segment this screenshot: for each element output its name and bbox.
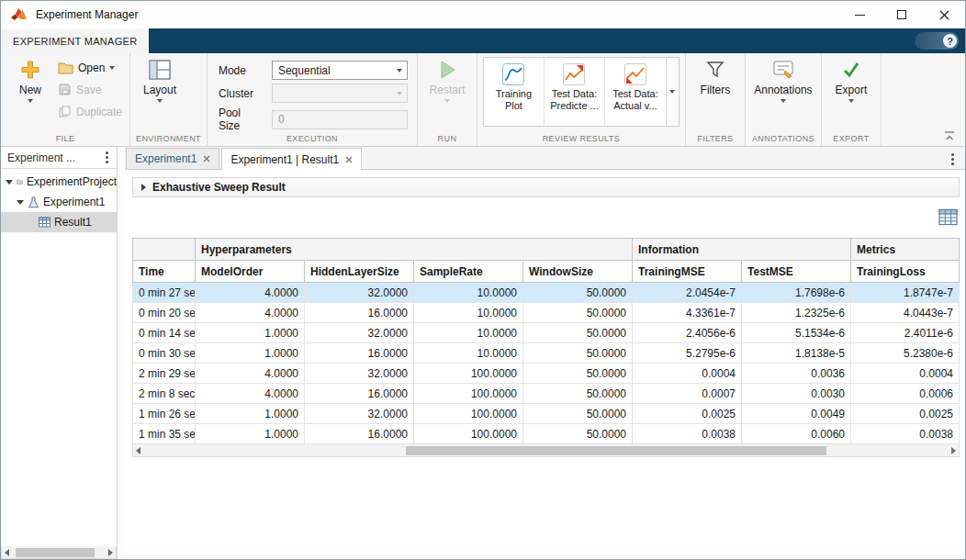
table-cell[interactable]: 10.0000 (414, 303, 523, 323)
table-row[interactable]: 1 min 35 sec1.000016.0000100.000050.0000… (133, 424, 960, 444)
table-column-header[interactable]: SampleRate (414, 261, 523, 283)
table-column-header[interactable]: Time (133, 261, 196, 283)
test-data-predicted-button[interactable]: Test Data: Predicte ... (545, 58, 605, 126)
table-cell[interactable]: 0 min 20 sec (133, 303, 196, 323)
collapse-ribbon-button[interactable] (943, 130, 956, 141)
table-cell[interactable]: 0.0060 (742, 424, 851, 444)
table-cell[interactable]: 32.0000 (305, 323, 414, 343)
table-cell[interactable]: 1.8747e-7 (851, 283, 960, 303)
table-cell[interactable]: 16.0000 (305, 343, 414, 364)
table-cell[interactable]: 32.0000 (305, 364, 414, 384)
tree-expand-icon[interactable] (6, 180, 13, 185)
table-cell[interactable]: 50.0000 (523, 283, 633, 303)
minimize-button[interactable] (838, 1, 881, 28)
table-cell[interactable]: 2 min 29 sec (133, 364, 196, 384)
table-cell[interactable]: 10.0000 (414, 323, 523, 343)
table-cell[interactable]: 1.0000 (196, 343, 305, 364)
table-column-header[interactable]: ModelOrder (196, 261, 305, 283)
table-column-header[interactable]: TrainingMSE (633, 261, 742, 283)
table-cell[interactable]: 0.0049 (742, 404, 851, 424)
table-cell[interactable]: 4.0000 (196, 283, 305, 303)
tab-overflow-menu-button[interactable] (945, 151, 960, 167)
table-cell[interactable]: 2.4056e-6 (633, 323, 742, 343)
filters-button[interactable]: Filters (691, 55, 739, 96)
training-plot-button[interactable]: Training Plot (484, 58, 545, 126)
table-cell[interactable]: 5.2380e-6 (851, 343, 960, 364)
annotations-button[interactable]: Annotations (751, 55, 815, 103)
table-cell[interactable]: 16.0000 (305, 303, 414, 323)
panel-splitter[interactable] (118, 147, 125, 559)
table-cell[interactable]: 4.0443e-7 (851, 303, 960, 323)
table-cell[interactable]: 1 min 26 sec (133, 404, 196, 424)
test-data-actual-button[interactable]: Test Data: Actual v... (605, 58, 666, 126)
table-cell[interactable]: 1.8138e-5 (742, 343, 851, 364)
open-button[interactable]: Open (58, 60, 122, 75)
table-row[interactable]: 0 min 30 sec1.000016.000010.000050.00005… (133, 343, 960, 364)
table-cell[interactable]: 50.0000 (523, 323, 633, 343)
table-cell[interactable]: 0.0038 (633, 424, 742, 444)
table-cell[interactable]: 5.2795e-6 (633, 343, 742, 364)
table-cell[interactable]: 50.0000 (523, 343, 633, 364)
table-cell[interactable]: 32.0000 (305, 283, 414, 303)
table-view-button[interactable] (938, 208, 958, 226)
table-cell[interactable]: 100.0000 (414, 384, 523, 404)
tree-expand-icon[interactable] (17, 200, 24, 205)
table-row[interactable]: 2 min 29 sec4.000032.0000100.000050.0000… (133, 364, 960, 384)
mode-select[interactable]: Sequential (272, 61, 408, 80)
close-tab-icon[interactable] (203, 155, 210, 162)
table-cell[interactable]: 10.0000 (414, 343, 523, 364)
table-cell[interactable]: 32.0000 (305, 404, 414, 424)
table-cell[interactable]: 0.0006 (851, 384, 960, 404)
table-column-header[interactable]: TestMSE (742, 261, 851, 283)
table-row[interactable]: 1 min 26 sec1.000032.0000100.000050.0000… (133, 404, 960, 424)
table-cell[interactable]: 10.0000 (414, 283, 523, 303)
table-cell[interactable]: 5.1534e-6 (742, 323, 851, 343)
new-button[interactable]: New (6, 55, 54, 103)
scroll-right-icon[interactable] (108, 549, 113, 556)
table-cell[interactable]: 50.0000 (523, 424, 633, 444)
table-cell[interactable]: 0.0004 (633, 364, 742, 384)
scroll-left-icon[interactable] (5, 549, 9, 556)
table-row[interactable]: 0 min 14 sec1.000032.000010.000050.00002… (133, 323, 960, 343)
table-cell[interactable]: 50.0000 (523, 364, 633, 384)
table-cell[interactable]: 100.0000 (414, 424, 523, 444)
table-cell[interactable]: 4.0000 (196, 364, 305, 384)
exhaustive-sweep-result-header[interactable]: Exhaustive Sweep Result (132, 177, 960, 197)
table-cell[interactable]: 1 min 35 sec (133, 424, 196, 444)
tree-item-experiment1[interactable]: Experiment1 (1, 192, 117, 212)
table-cell[interactable]: 0.0025 (851, 404, 960, 424)
table-cell[interactable]: 50.0000 (523, 384, 633, 404)
table-cell[interactable]: 16.0000 (305, 384, 414, 404)
scroll-right-icon[interactable] (951, 447, 956, 454)
table-cell[interactable]: 2.0454e-7 (633, 283, 742, 303)
table-cell[interactable]: 1.0000 (196, 323, 305, 343)
table-column-header[interactable]: HiddenLayerSize (305, 261, 414, 283)
table-cell[interactable]: 16.0000 (305, 424, 414, 444)
table-cell[interactable]: 50.0000 (523, 303, 633, 323)
table-cell[interactable]: 100.0000 (414, 404, 523, 424)
tree-item-experiment-project[interactable]: ExperimentProject (1, 172, 117, 192)
table-horizontal-scrollbar[interactable] (132, 444, 960, 457)
table-cell[interactable]: 50.0000 (523, 404, 633, 424)
table-cell[interactable]: 0.0025 (633, 404, 742, 424)
sidebar-horizontal-scrollbar[interactable] (1, 546, 117, 559)
doc-tab-experiment1-result1[interactable]: Experiment1 | Result1 (221, 148, 362, 170)
export-button[interactable]: Export (827, 55, 875, 103)
scrollbar-thumb[interactable] (16, 548, 95, 557)
table-cell[interactable]: 1.2325e-6 (742, 303, 851, 323)
table-cell[interactable]: 4.3361e-7 (633, 303, 742, 323)
help-button[interactable]: ? (915, 32, 959, 50)
table-cell[interactable]: 2 min 8 sec (133, 384, 196, 404)
table-cell[interactable]: 0.0030 (742, 384, 851, 404)
table-row[interactable]: 0 min 20 sec4.000016.000010.000050.00004… (133, 303, 960, 323)
scroll-left-icon[interactable] (136, 447, 140, 454)
table-cell[interactable]: 4.0000 (196, 303, 305, 323)
table-cell[interactable]: 0 min 14 sec (133, 323, 196, 343)
scrollbar-thumb[interactable] (406, 446, 826, 455)
doc-tab-experiment1[interactable]: Experiment1 (126, 148, 219, 169)
table-column-header[interactable]: TrainingLoss (851, 261, 960, 283)
table-row[interactable]: 2 min 8 sec4.000016.0000100.000050.00000… (133, 384, 960, 404)
table-cell[interactable]: 0.0038 (851, 424, 960, 444)
table-cell[interactable]: 2.4011e-6 (851, 323, 960, 343)
tab-experiment-manager[interactable]: EXPERIMENT MANAGER (1, 28, 149, 53)
